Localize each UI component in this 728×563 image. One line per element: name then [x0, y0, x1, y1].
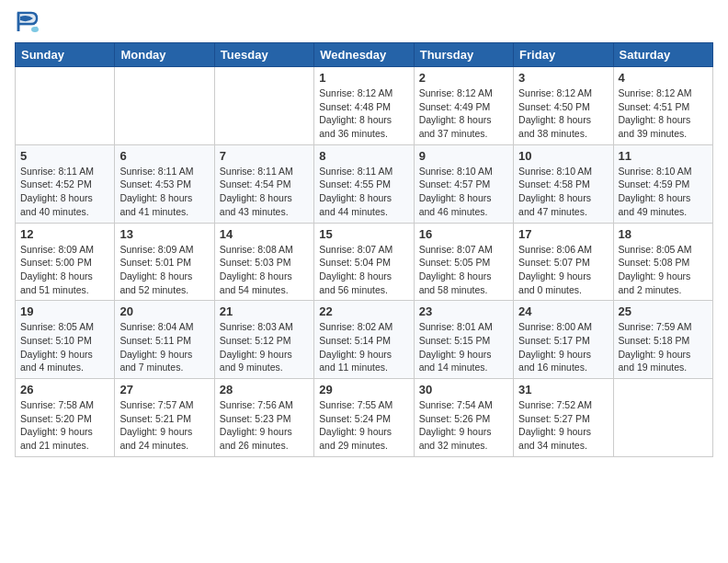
day-info: Sunrise: 8:08 AM Sunset: 5:03 PM Dayligh…	[220, 243, 309, 297]
day-info: Sunrise: 7:52 AM Sunset: 5:27 PM Dayligh…	[518, 398, 608, 453]
day-info: Sunrise: 8:12 AM Sunset: 4:50 PM Dayligh…	[518, 86, 608, 141]
calendar-cell	[115, 67, 214, 145]
day-info: Sunrise: 8:01 AM Sunset: 5:15 PM Dayligh…	[419, 320, 508, 374]
day-info: Sunrise: 8:05 AM Sunset: 5:08 PM Dayligh…	[619, 243, 708, 297]
logo-icon	[15, 9, 40, 35]
calendar-table: SundayMondayTuesdayWednesdayThursdayFrid…	[15, 42, 713, 457]
day-number: 3	[518, 71, 608, 85]
day-info: Sunrise: 8:11 AM Sunset: 4:52 PM Dayligh…	[20, 165, 109, 219]
calendar-cell: 13Sunrise: 8:09 AM Sunset: 5:01 PM Dayli…	[115, 223, 214, 301]
calendar-cell: 3Sunrise: 8:12 AM Sunset: 4:50 PM Daylig…	[514, 67, 613, 145]
day-info: Sunrise: 7:55 AM Sunset: 5:24 PM Dayligh…	[319, 398, 408, 453]
day-info: Sunrise: 7:57 AM Sunset: 5:21 PM Dayligh…	[119, 398, 209, 453]
calendar-cell: 18Sunrise: 8:05 AM Sunset: 5:08 PM Dayli…	[613, 223, 712, 301]
day-number: 13	[119, 227, 209, 241]
calendar-cell: 29Sunrise: 7:55 AM Sunset: 5:24 PM Dayli…	[314, 379, 414, 457]
calendar-cell: 11Sunrise: 8:10 AM Sunset: 4:59 PM Dayli…	[613, 144, 712, 223]
calendar-cell: 2Sunrise: 8:12 AM Sunset: 4:49 PM Daylig…	[414, 67, 513, 145]
day-info: Sunrise: 7:56 AM Sunset: 5:23 PM Dayligh…	[220, 398, 309, 453]
day-number: 16	[419, 227, 508, 241]
day-info: Sunrise: 8:00 AM Sunset: 5:17 PM Dayligh…	[518, 320, 608, 374]
day-number: 19	[20, 304, 109, 318]
weekday-header-row: SundayMondayTuesdayWednesdayThursdayFrid…	[16, 43, 713, 67]
logo	[15, 9, 42, 35]
weekday-header-monday: Monday	[115, 43, 214, 67]
day-number: 4	[619, 71, 708, 85]
day-number: 26	[20, 383, 109, 396]
day-number: 9	[419, 149, 508, 163]
day-info: Sunrise: 8:11 AM Sunset: 4:54 PM Dayligh…	[220, 165, 309, 219]
calendar-cell: 12Sunrise: 8:09 AM Sunset: 5:00 PM Dayli…	[16, 223, 115, 301]
calendar-cell: 6Sunrise: 8:11 AM Sunset: 4:53 PM Daylig…	[115, 144, 214, 223]
calendar-cell: 9Sunrise: 8:10 AM Sunset: 4:57 PM Daylig…	[414, 144, 513, 223]
day-number: 27	[119, 383, 209, 396]
day-info: Sunrise: 7:58 AM Sunset: 5:20 PM Dayligh…	[20, 398, 109, 453]
day-number: 14	[220, 227, 309, 241]
day-number: 20	[119, 304, 209, 318]
day-number: 17	[518, 227, 608, 241]
calendar-cell: 19Sunrise: 8:05 AM Sunset: 5:10 PM Dayli…	[16, 301, 115, 379]
page-header	[15, 9, 713, 35]
day-info: Sunrise: 8:11 AM Sunset: 4:53 PM Dayligh…	[119, 165, 209, 219]
calendar-cell: 21Sunrise: 8:03 AM Sunset: 5:12 PM Dayli…	[214, 301, 313, 379]
day-number: 30	[419, 383, 508, 396]
calendar-cell: 31Sunrise: 7:52 AM Sunset: 5:27 PM Dayli…	[514, 379, 613, 457]
day-info: Sunrise: 8:03 AM Sunset: 5:12 PM Dayligh…	[220, 320, 309, 374]
weekday-header-tuesday: Tuesday	[214, 43, 313, 67]
calendar-cell: 30Sunrise: 7:54 AM Sunset: 5:26 PM Dayli…	[414, 379, 513, 457]
week-row-3: 12Sunrise: 8:09 AM Sunset: 5:00 PM Dayli…	[16, 223, 713, 301]
day-number: 28	[220, 383, 309, 396]
day-number: 25	[619, 304, 708, 318]
calendar-cell: 26Sunrise: 7:58 AM Sunset: 5:20 PM Dayli…	[16, 379, 115, 457]
weekday-header-thursday: Thursday	[414, 43, 513, 67]
week-row-5: 26Sunrise: 7:58 AM Sunset: 5:20 PM Dayli…	[16, 379, 713, 457]
day-info: Sunrise: 8:02 AM Sunset: 5:14 PM Dayligh…	[319, 320, 408, 374]
day-number: 5	[20, 149, 109, 163]
day-info: Sunrise: 7:59 AM Sunset: 5:18 PM Dayligh…	[619, 320, 708, 374]
calendar-cell	[613, 379, 712, 457]
day-info: Sunrise: 7:54 AM Sunset: 5:26 PM Dayligh…	[419, 398, 508, 453]
calendar-cell: 27Sunrise: 7:57 AM Sunset: 5:21 PM Dayli…	[115, 379, 214, 457]
calendar-cell: 24Sunrise: 8:00 AM Sunset: 5:17 PM Dayli…	[514, 301, 613, 379]
day-info: Sunrise: 8:06 AM Sunset: 5:07 PM Dayligh…	[518, 243, 608, 297]
calendar-cell: 8Sunrise: 8:11 AM Sunset: 4:55 PM Daylig…	[314, 144, 414, 223]
day-number: 10	[518, 149, 608, 163]
calendar-cell: 22Sunrise: 8:02 AM Sunset: 5:14 PM Dayli…	[314, 301, 414, 379]
weekday-header-saturday: Saturday	[613, 43, 712, 67]
day-number: 15	[319, 227, 408, 241]
calendar-cell: 17Sunrise: 8:06 AM Sunset: 5:07 PM Dayli…	[514, 223, 613, 301]
calendar-page: SundayMondayTuesdayWednesdayThursdayFrid…	[0, 0, 728, 563]
weekday-header-friday: Friday	[514, 43, 613, 67]
day-info: Sunrise: 8:12 AM Sunset: 4:51 PM Dayligh…	[619, 86, 708, 141]
day-number: 23	[419, 304, 508, 318]
calendar-cell: 10Sunrise: 8:10 AM Sunset: 4:58 PM Dayli…	[514, 144, 613, 223]
day-info: Sunrise: 8:07 AM Sunset: 5:04 PM Dayligh…	[319, 243, 408, 297]
calendar-cell: 5Sunrise: 8:11 AM Sunset: 4:52 PM Daylig…	[16, 144, 115, 223]
day-info: Sunrise: 8:05 AM Sunset: 5:10 PM Dayligh…	[20, 320, 109, 374]
day-number: 8	[319, 149, 408, 163]
calendar-cell: 14Sunrise: 8:08 AM Sunset: 5:03 PM Dayli…	[214, 223, 313, 301]
day-info: Sunrise: 8:07 AM Sunset: 5:05 PM Dayligh…	[419, 243, 508, 297]
week-row-2: 5Sunrise: 8:11 AM Sunset: 4:52 PM Daylig…	[16, 144, 713, 223]
day-number: 22	[319, 304, 408, 318]
weekday-header-sunday: Sunday	[16, 43, 115, 67]
day-number: 24	[518, 304, 608, 318]
calendar-cell: 23Sunrise: 8:01 AM Sunset: 5:15 PM Dayli…	[414, 301, 513, 379]
calendar-cell: 7Sunrise: 8:11 AM Sunset: 4:54 PM Daylig…	[214, 144, 313, 223]
day-info: Sunrise: 8:09 AM Sunset: 5:00 PM Dayligh…	[20, 243, 109, 297]
weekday-header-wednesday: Wednesday	[314, 43, 414, 67]
day-info: Sunrise: 8:10 AM Sunset: 4:58 PM Dayligh…	[518, 165, 608, 219]
day-number: 18	[619, 227, 708, 241]
day-info: Sunrise: 8:09 AM Sunset: 5:01 PM Dayligh…	[119, 243, 209, 297]
calendar-cell	[16, 67, 115, 145]
day-info: Sunrise: 8:04 AM Sunset: 5:11 PM Dayligh…	[119, 320, 209, 374]
calendar-cell: 15Sunrise: 8:07 AM Sunset: 5:04 PM Dayli…	[314, 223, 414, 301]
day-number: 12	[20, 227, 109, 241]
day-number: 11	[619, 149, 708, 163]
day-info: Sunrise: 8:12 AM Sunset: 4:49 PM Dayligh…	[419, 86, 508, 141]
day-info: Sunrise: 8:10 AM Sunset: 4:59 PM Dayligh…	[619, 165, 708, 219]
calendar-cell: 16Sunrise: 8:07 AM Sunset: 5:05 PM Dayli…	[414, 223, 513, 301]
week-row-1: 1Sunrise: 8:12 AM Sunset: 4:48 PM Daylig…	[16, 67, 713, 145]
day-info: Sunrise: 8:11 AM Sunset: 4:55 PM Dayligh…	[319, 165, 408, 219]
calendar-cell: 25Sunrise: 7:59 AM Sunset: 5:18 PM Dayli…	[613, 301, 712, 379]
